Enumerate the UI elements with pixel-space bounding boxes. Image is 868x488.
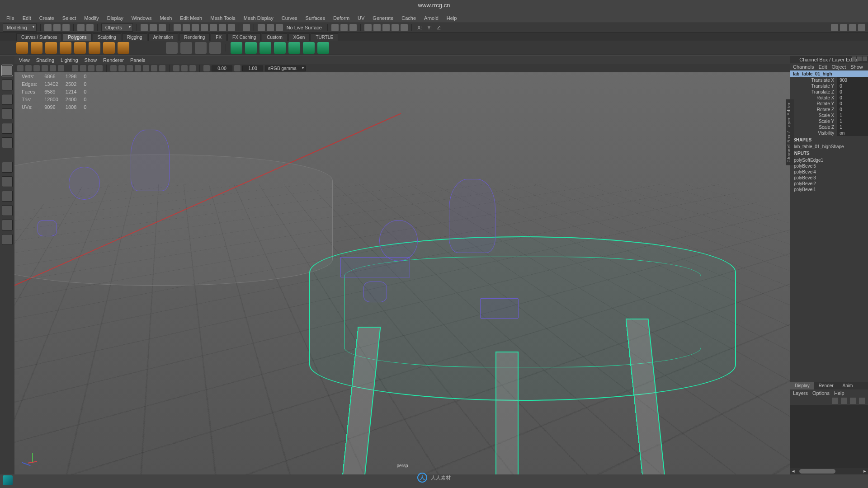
- field-ty[interactable]: 0: [837, 83, 868, 89]
- layout-four-icon[interactable]: [373, 24, 381, 31]
- layer-menu-layers[interactable]: Layers: [793, 390, 808, 396]
- scroll-thumb[interactable]: [799, 469, 835, 474]
- menu-modify[interactable]: Modify: [80, 14, 102, 22]
- open-scene-icon[interactable]: [53, 24, 61, 31]
- xray-joints-icon[interactable]: [189, 65, 196, 71]
- render-icon[interactable]: [331, 24, 339, 31]
- snap-grid-icon[interactable]: [174, 24, 181, 31]
- mesh-book[interactable]: [340, 257, 410, 277]
- layout-hypershade-tool[interactable]: [2, 205, 13, 216]
- layout-outliner-icon[interactable]: [382, 24, 390, 31]
- gamma-icon[interactable]: [234, 65, 241, 71]
- lights-icon[interactable]: [135, 65, 141, 71]
- polypipe-icon[interactable]: [118, 42, 129, 54]
- make-live-icon[interactable]: [228, 24, 235, 31]
- menu-mesh[interactable]: Mesh: [156, 14, 175, 22]
- bookmarks-icon[interactable]: [33, 65, 40, 71]
- snap-plane-icon[interactable]: [201, 24, 208, 31]
- symmetry-icon[interactable]: [276, 24, 283, 31]
- input-node[interactable]: polyBevel5: [790, 163, 868, 169]
- sidebar-toggle-channelbox-icon[interactable]: [858, 24, 865, 31]
- field-tx[interactable]: 900: [837, 77, 868, 83]
- polycone-icon[interactable]: [60, 42, 71, 54]
- tab-show[interactable]: Show: [850, 64, 863, 70]
- render-settings-icon[interactable]: [349, 24, 357, 31]
- crease-icon[interactable]: [259, 42, 271, 54]
- mesh-table-unselected[interactable]: [14, 155, 333, 286]
- layout-custom2-tool[interactable]: [2, 234, 13, 245]
- polypyramid-icon[interactable]: [103, 42, 115, 54]
- shelf-tab-custom[interactable]: Custom: [262, 33, 287, 41]
- scroll-left-icon[interactable]: ◂: [790, 468, 797, 474]
- move-tool[interactable]: [2, 108, 13, 119]
- softedge-icon[interactable]: [288, 42, 300, 54]
- 2d-pan-icon[interactable]: [50, 65, 56, 71]
- shelf-tab-rigging[interactable]: Rigging: [122, 33, 147, 41]
- targetweld-icon[interactable]: [166, 42, 178, 54]
- field-rz[interactable]: 0: [837, 107, 868, 113]
- layer-moveup-icon[interactable]: [832, 398, 838, 404]
- rotate-tool[interactable]: [2, 123, 13, 134]
- snap-point-icon[interactable]: [192, 24, 199, 31]
- paint-select-tool[interactable]: [2, 94, 13, 105]
- resolution-gate-icon[interactable]: [88, 65, 94, 71]
- shelf-tab-sculpting[interactable]: Sculpting: [93, 33, 121, 41]
- layer-movedown-icon[interactable]: [841, 398, 847, 404]
- attr-sx[interactable]: Scale X: [790, 113, 837, 118]
- layout-four-tool[interactable]: [2, 176, 13, 187]
- attr-vis[interactable]: Visibility: [790, 130, 837, 136]
- polysphere-icon[interactable]: [31, 42, 42, 54]
- motionblur-icon[interactable]: [159, 65, 165, 71]
- layer-new-selected-icon[interactable]: [859, 398, 865, 404]
- redo-icon[interactable]: [86, 24, 94, 31]
- layer-list[interactable]: [790, 405, 868, 468]
- attr-ty[interactable]: Translate Y: [790, 83, 837, 89]
- select-tool[interactable]: [2, 65, 13, 76]
- layout-single-tool[interactable]: [2, 162, 13, 173]
- hypershade-icon[interactable]: [392, 24, 399, 31]
- grease-pencil-icon[interactable]: [58, 65, 64, 71]
- exposure-icon[interactable]: [203, 65, 210, 71]
- close-icon[interactable]: [863, 56, 867, 61]
- field-sx[interactable]: 1: [837, 113, 868, 118]
- horizontal-scrollbar[interactable]: ◂ ▸: [790, 468, 868, 474]
- input-node[interactable]: polyBevel4: [790, 169, 868, 175]
- menu-surfaces[interactable]: Surfaces: [302, 14, 329, 22]
- snap-surface-icon[interactable]: [210, 24, 217, 31]
- input-node[interactable]: polyBevel1: [790, 187, 868, 192]
- gate-mask-icon[interactable]: [96, 65, 103, 71]
- snap-curve-icon[interactable]: [183, 24, 190, 31]
- undo-icon[interactable]: [77, 24, 85, 31]
- shelf-tab-rendering[interactable]: Rendering: [179, 33, 210, 41]
- sidebar-toggle-modeltoolkit-icon[interactable]: [831, 24, 838, 31]
- lock-icon[interactable]: [243, 24, 250, 31]
- shelf-tab-xgen[interactable]: XGen: [288, 33, 310, 41]
- shelf-tab-turtle[interactable]: TURTLE: [311, 33, 338, 41]
- layout-custom-tool[interactable]: [2, 220, 13, 230]
- field-vis[interactable]: on: [837, 130, 868, 136]
- polytorus-icon[interactable]: [89, 42, 100, 54]
- menu-meshtools[interactable]: Mesh Tools: [207, 14, 239, 22]
- mirror-icon[interactable]: [180, 42, 192, 54]
- menu-uv[interactable]: UV: [354, 14, 368, 22]
- layer-menu-options[interactable]: Options: [812, 390, 830, 396]
- menu-help[interactable]: Help: [443, 14, 461, 22]
- tab-edit[interactable]: Edit: [818, 64, 827, 70]
- lasso-tool[interactable]: [2, 80, 13, 90]
- panel-panels[interactable]: Panels: [130, 57, 146, 63]
- panel-shading[interactable]: Shading: [36, 57, 54, 63]
- select-camera-icon[interactable]: [17, 65, 24, 71]
- mesh-lamp-2[interactable]: [69, 167, 100, 200]
- attr-sy[interactable]: Scale Y: [790, 118, 837, 124]
- attr-tx[interactable]: Translate X: [790, 77, 837, 83]
- isolate-icon[interactable]: [173, 65, 179, 71]
- shelf-tab-polygons[interactable]: Polygons: [63, 33, 91, 41]
- shaded-icon[interactable]: [118, 65, 125, 71]
- panel-show[interactable]: Show: [85, 57, 97, 63]
- scale-tool[interactable]: [2, 137, 13, 148]
- scroll-right-icon[interactable]: ▸: [862, 468, 868, 474]
- mesh-cup-2[interactable]: [38, 220, 57, 236]
- viewtransform-dropdown[interactable]: sRGB gamma: [265, 66, 306, 71]
- tab-render[interactable]: Render: [814, 382, 838, 389]
- image-plane-icon[interactable]: [42, 65, 48, 71]
